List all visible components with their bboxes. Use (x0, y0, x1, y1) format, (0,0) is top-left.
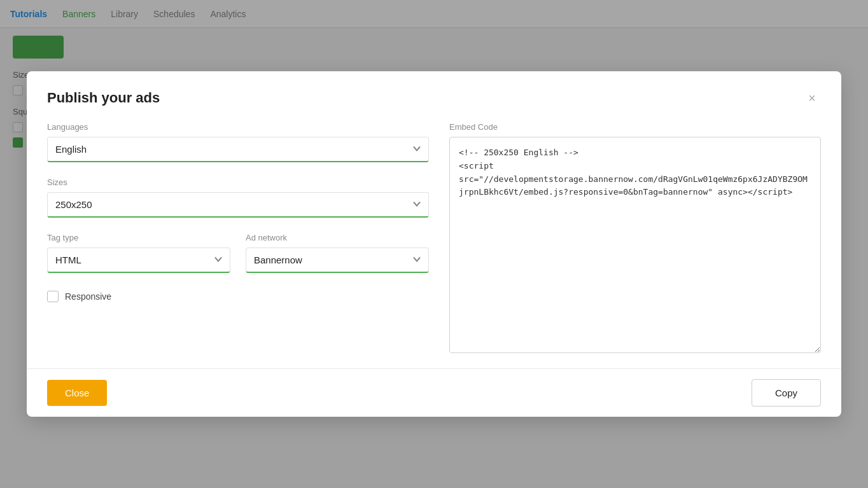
copy-button[interactable]: Copy (752, 379, 821, 407)
modal-footer: Close Copy (27, 368, 841, 417)
modal-header: Publish your ads × (27, 71, 841, 117)
modal-close-button[interactable]: × (803, 89, 821, 107)
responsive-checkbox[interactable] (47, 291, 59, 302)
languages-select-wrapper: English (47, 137, 429, 162)
embed-code-textarea[interactable]: <!-- 250x250 English --> <script src="//… (449, 137, 821, 353)
embed-code-label: Embed Code (449, 122, 821, 132)
languages-field-group: Languages English (47, 122, 429, 162)
responsive-label: Responsive (65, 291, 111, 302)
tag-type-select[interactable]: HTML JavaScript iframe (47, 247, 230, 273)
right-panel: Embed Code <!-- 250x250 English --> <scr… (449, 122, 821, 353)
sizes-select-wrapper: 250x250 (47, 192, 429, 218)
left-panel: Languages English Sizes (47, 122, 429, 353)
sizes-select[interactable]: 250x250 (47, 192, 429, 218)
responsive-row: Responsive (47, 291, 429, 302)
tag-type-select-wrapper: HTML JavaScript iframe (47, 247, 230, 273)
modal-overlay: Publish your ads × Languages English (0, 0, 868, 488)
languages-label: Languages (47, 122, 429, 132)
tag-type-label: Tag type (47, 233, 230, 242)
sizes-field-group: Sizes 250x250 (47, 178, 429, 218)
modal-body: Languages English Sizes (27, 117, 841, 368)
modal-title: Publish your ads (47, 90, 160, 106)
close-button[interactable]: Close (47, 380, 107, 406)
sizes-label: Sizes (47, 178, 429, 187)
tag-adnetwork-row: Tag type HTML JavaScript iframe (47, 233, 429, 273)
ad-network-label: Ad network (246, 233, 429, 242)
ad-network-field-group: Ad network Bannernow Google DFP OpenX (246, 233, 429, 273)
tag-type-field-group: Tag type HTML JavaScript iframe (47, 233, 230, 273)
ad-network-select-wrapper: Bannernow Google DFP OpenX (246, 247, 429, 273)
publish-modal: Publish your ads × Languages English (27, 71, 841, 417)
ad-network-select[interactable]: Bannernow Google DFP OpenX (246, 247, 429, 273)
languages-select[interactable]: English (47, 137, 429, 162)
